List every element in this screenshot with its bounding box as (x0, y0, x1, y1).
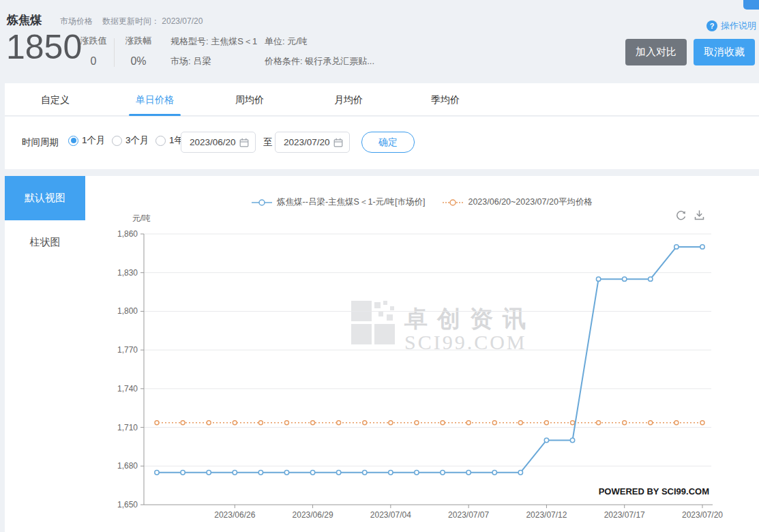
change-pct-label: 涨跌幅 (120, 35, 157, 47)
chart-region: 炼焦煤--吕梁-主焦煤S＜1-元/吨[市场价] 2023/06/20~2023/… (85, 176, 759, 532)
svg-text:1,770: 1,770 (117, 345, 138, 355)
sidebar-item-default-view[interactable]: 默认视图 (5, 176, 85, 220)
tab-custom[interactable]: 自定义 (41, 83, 70, 116)
cancel-favorite-button[interactable]: 取消收藏 (694, 39, 755, 65)
tab-daily-price[interactable]: 单日价格 (136, 83, 174, 116)
divider (114, 38, 115, 67)
radio-1-year[interactable]: 1年 (155, 134, 183, 147)
period-label: 时间周期 (22, 136, 59, 149)
spec-market-block: 规格型号: 主焦煤S＜1 市场: 吕梁 (170, 36, 257, 67)
svg-text:1,710: 1,710 (117, 423, 138, 432)
calendar-icon (333, 138, 343, 147)
radio-1-month[interactable]: 1个月 (68, 134, 106, 147)
radio-icon (155, 136, 166, 146)
svg-text:1,740: 1,740 (117, 384, 138, 394)
app-window: 炼焦煤 市场价格 数据更新时间： 2023/07/20 ? 操作说明 1850 … (0, 0, 759, 532)
powered-by-text: POWERED BY SCI99.COM (556, 486, 709, 497)
change-pct-value: 0% (120, 55, 157, 68)
change-value-label: 涨跌值 (75, 35, 112, 47)
market-row: 市场: 吕梁 (170, 56, 257, 67)
svg-text:2023/06/26: 2023/06/26 (214, 510, 255, 520)
price-type-label: 市场价格 (60, 16, 93, 27)
svg-text:1,650: 1,650 (117, 500, 138, 509)
update-time-label: 数据更新时间： (102, 16, 160, 26)
help-label: 操作说明 (721, 20, 756, 32)
radio-icon (68, 136, 78, 146)
add-compare-button[interactable]: 加入对比 (625, 39, 687, 65)
svg-text:1,680: 1,680 (117, 461, 138, 471)
svg-text:2023/07/07: 2023/07/07 (448, 510, 489, 520)
radio-3-month[interactable]: 3个月 (112, 134, 149, 147)
tab-monthly-avg[interactable]: 月均价 (334, 83, 363, 116)
tab-quarterly-avg[interactable]: 季均价 (431, 83, 460, 116)
spec-label: 规格型号: (170, 36, 209, 46)
tab-bar: 自定义 单日价格 周均价 月均价 季均价 (5, 83, 759, 116)
svg-text:2023/07/04: 2023/07/04 (370, 510, 411, 520)
change-pct-block: 涨跌幅 0% (120, 35, 157, 68)
condition-value: 银行承兑汇票贴... (305, 56, 374, 66)
unit-condition-block: 单位: 元/吨 价格条件: 银行承兑汇票贴... (265, 36, 374, 67)
unit-row: 单位: 元/吨 (265, 36, 374, 47)
update-time: 数据更新时间： 2023/07/20 (102, 16, 203, 27)
condition-row: 价格条件: 银行承兑汇票贴... (265, 56, 374, 67)
svg-text:2023/07/20: 2023/07/20 (682, 510, 723, 520)
tab-weekly-avg[interactable]: 周均价 (235, 83, 264, 116)
help-link[interactable]: ? 操作说明 (706, 20, 756, 32)
update-time-value: 2023/07/20 (162, 16, 203, 26)
change-value-block: 涨跌值 0 (75, 35, 112, 68)
spec-row: 规格型号: 主焦煤S＜1 (170, 36, 257, 47)
svg-text:2023/07/17: 2023/07/17 (604, 510, 645, 520)
date-from-value: 2023/06/20 (190, 137, 236, 147)
page-title: 炼焦煤 (7, 12, 42, 28)
radio-label: 3个月 (125, 134, 149, 147)
radio-label: 1个月 (82, 134, 106, 147)
question-circle-icon: ? (706, 20, 717, 31)
svg-text:1,830: 1,830 (117, 268, 138, 278)
current-price: 1850 (6, 27, 82, 67)
svg-text:2023/06/29: 2023/06/29 (293, 510, 333, 520)
change-value: 0 (75, 55, 112, 68)
svg-text:2023/07/12: 2023/07/12 (526, 510, 567, 520)
date-from-input[interactable]: 2023/06/20 (181, 132, 256, 153)
average-price-series (155, 421, 704, 425)
confirm-button[interactable]: 确定 (361, 132, 415, 153)
to-label: 至 (263, 136, 273, 149)
condition-label: 价格条件: (265, 56, 303, 66)
filter-bar: 时间周期 1个月 3个月 1年 2023/06/20 至 2023/07/20 … (5, 117, 759, 169)
date-to-value: 2023/07/20 (284, 137, 330, 147)
market-price-series (155, 245, 704, 475)
market-label: 市场: (170, 56, 191, 66)
unit-label: 单位: (265, 36, 285, 46)
gridlines (144, 234, 711, 466)
x-axis-labels: 2023/06/262023/06/292023/07/042023/07/07… (214, 505, 723, 520)
main-panel: 默认视图 柱状图 炼焦煤--吕梁-主焦煤S＜1-元/吨[市场价] 2023/06… (5, 176, 759, 532)
date-to-input[interactable]: 2023/07/20 (275, 132, 350, 153)
y-axis-labels: 1,6501,6801,7101,7401,7701,8001,8301,860 (117, 229, 144, 509)
calendar-icon (239, 138, 249, 147)
spec-value: 主焦煤S＜1 (211, 36, 257, 46)
floating-widget-partial[interactable] (743, 0, 759, 10)
radio-icon (112, 136, 122, 146)
unit-value: 元/吨 (287, 36, 308, 46)
svg-text:1,860: 1,860 (117, 229, 138, 239)
sidebar-item-bar-chart[interactable]: 柱状图 (5, 220, 85, 265)
price-line-chart[interactable]: 1,6501,6801,7101,7401,7701,8001,8301,860… (85, 176, 759, 532)
svg-text:1,800: 1,800 (117, 306, 138, 316)
market-value: 吕梁 (193, 56, 211, 66)
